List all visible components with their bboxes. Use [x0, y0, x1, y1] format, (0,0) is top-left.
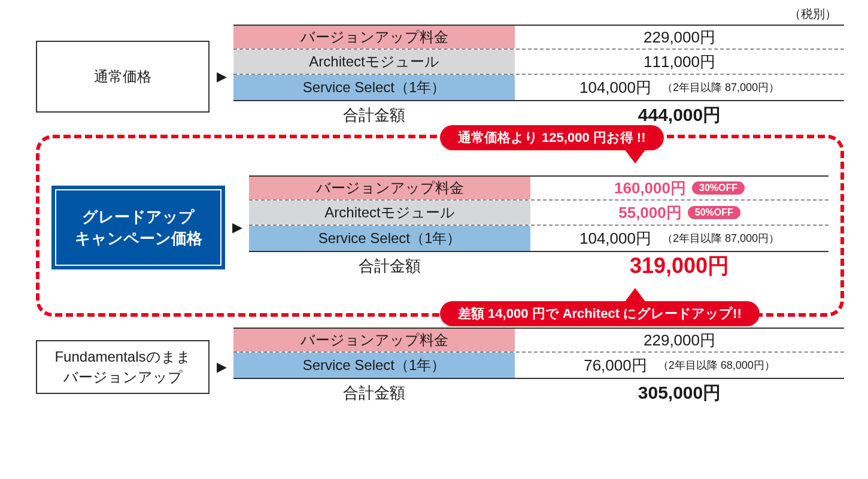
price: 160,000円: [614, 178, 686, 199]
row-label: Service Select（1年）: [249, 226, 530, 251]
label-fundamentals: Fundamentalsのまま バージョンアップ: [36, 340, 210, 394]
price: 104,000円: [579, 77, 651, 98]
label-line1: グレードアップ: [82, 206, 195, 228]
row-value: 229,000円: [515, 329, 844, 351]
table-row: Architectモジュール 111,000円: [233, 50, 844, 75]
row-label: バージョンアップ料金: [249, 177, 530, 199]
price: 76,000円: [584, 355, 647, 376]
total-value: 305,000円: [515, 379, 844, 407]
row-value: 55,000円 50%OFF: [530, 201, 828, 225]
table-regular: バージョンアップ料金 229,000円 Architectモジュール 111,0…: [233, 25, 844, 129]
row-label: Architectモジュール: [233, 50, 515, 74]
table-row: バージョンアップ料金 229,000円: [233, 328, 844, 353]
savings-pill: 通常価格より 125,000 円お得 !!: [440, 125, 664, 150]
price: 104,000円: [579, 228, 651, 249]
total-value: 319,000円: [530, 252, 828, 280]
row-label: Architectモジュール: [249, 201, 530, 225]
table-row: Service Select（1年） 104,000円 （2年目以降 87,00…: [233, 75, 844, 100]
row-value: 229,000円: [515, 26, 844, 48]
price-note: （2年目以降 87,000円）: [662, 80, 779, 95]
table-row: Service Select（1年） 76,000円 （2年目以降 68,000…: [233, 353, 844, 378]
table-row: バージョンアップ料金 160,000円 30%OFF: [249, 175, 828, 201]
row-label: バージョンアップ料金: [233, 26, 515, 48]
total-label: 合計金額: [233, 379, 515, 407]
row-value: 76,000円 （2年目以降 68,000円）: [515, 353, 844, 378]
price: 55,000円: [618, 202, 682, 223]
diff-pill: 差額 14,000 円で Architect にグレードアップ!!: [440, 301, 760, 326]
label-line2: バージョンアップ: [63, 367, 183, 387]
arrow-icon: ▶: [225, 220, 249, 235]
row-value: 160,000円 30%OFF: [530, 177, 828, 199]
total-label: 合計金額: [249, 252, 530, 280]
row-label: Service Select（1年）: [233, 353, 515, 378]
label-line1: Fundamentalsのまま: [54, 347, 190, 367]
table-row: Architectモジュール 55,000円 50%OFF: [249, 201, 828, 226]
triangle-down-icon: [624, 149, 646, 163]
section-fundamentals: Fundamentalsのまま バージョンアップ ▶ バージョンアップ料金 22…: [36, 328, 844, 407]
label-regular: 通常価格: [36, 41, 210, 113]
tax-note: （税別）: [36, 6, 844, 22]
section-campaign: グレードアップ キャンペーン価格 ▶ バージョンアップ料金 160,000円 3…: [51, 175, 828, 280]
label-line2: キャンペーン価格: [75, 228, 202, 249]
table-row: バージョンアップ料金 229,000円: [233, 25, 844, 50]
arrow-icon: ▶: [210, 69, 233, 84]
table-fundamentals: バージョンアップ料金 229,000円 Service Select（1年） 7…: [233, 328, 844, 407]
total-row: 合計金額 305,000円: [233, 378, 844, 407]
arrow-icon: ▶: [210, 359, 233, 375]
section-regular: 通常価格 ▶ バージョンアップ料金 229,000円 Architectモジュー…: [36, 25, 844, 129]
row-label: Service Select（1年）: [233, 75, 515, 100]
row-value: 111,000円: [515, 50, 844, 74]
row-label: バージョンアップ料金: [233, 329, 515, 351]
table-row: Service Select（1年） 104,000円 （2年目以降 87,00…: [249, 226, 828, 251]
row-value: 104,000円 （2年目以降 87,000円）: [530, 226, 828, 251]
triangle-up-icon: [624, 288, 646, 302]
price-note: （2年目以降 68,000円）: [658, 358, 775, 372]
label-campaign: グレードアップ キャンペーン価格: [51, 186, 225, 269]
row-value: 104,000円 （2年目以降 87,000円）: [515, 75, 844, 100]
total-row: 合計金額 319,000円: [249, 251, 828, 280]
total-row: 合計金額 444,000円: [233, 100, 844, 129]
table-campaign: バージョンアップ料金 160,000円 30%OFF Architectモジュー…: [249, 175, 828, 280]
label-text: 通常価格: [94, 66, 151, 87]
campaign-frame: 通常価格より 125,000 円お得 !! グレードアップ キャンペーン価格 ▶…: [36, 135, 844, 317]
discount-badge: 30%OFF: [692, 181, 745, 195]
price-note: （2年目以降 87,000円）: [662, 231, 779, 245]
discount-badge: 50%OFF: [688, 206, 740, 219]
